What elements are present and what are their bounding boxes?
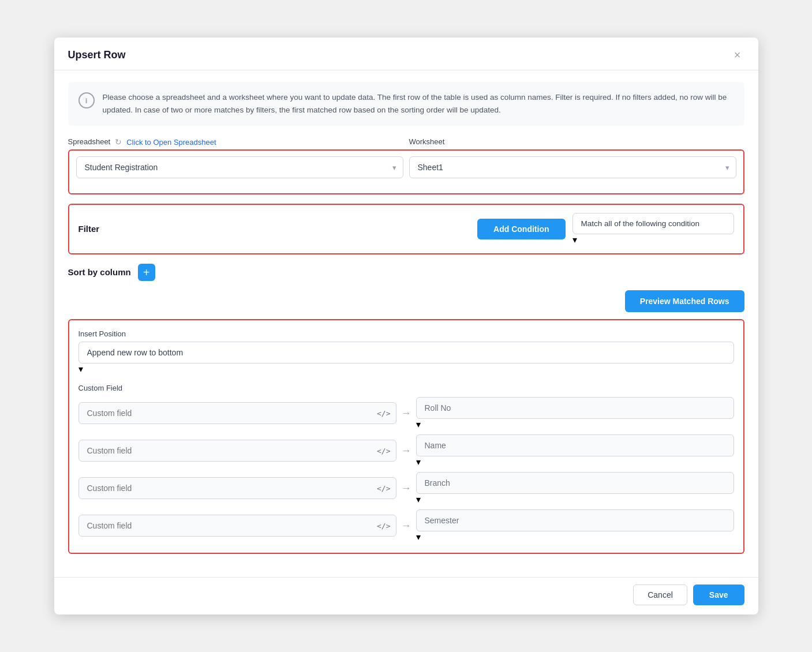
insert-custom-section: Insert Position Append new row to bottom… bbox=[68, 319, 744, 554]
arrow-icon-1: → bbox=[401, 407, 411, 419]
custom-field-input-4[interactable] bbox=[78, 515, 396, 537]
arrow-icon-3: → bbox=[401, 482, 411, 494]
worksheet-select-wrapper: Sheet1 ▾ bbox=[409, 156, 736, 178]
field-chevron-3: ▾ bbox=[416, 494, 421, 504]
custom-field-row-1: </> → Roll No Name Branch Semester ▾ bbox=[78, 397, 734, 430]
match-chevron-icon: ▾ bbox=[572, 235, 577, 245]
field-chevron-1: ▾ bbox=[416, 419, 421, 429]
match-select-wrapper: Match all of the following condition Mat… bbox=[572, 213, 734, 245]
dialog-title: Upsert Row bbox=[68, 49, 126, 61]
custom-field-input-1[interactable] bbox=[78, 402, 396, 424]
custom-field-input-3[interactable] bbox=[78, 477, 396, 499]
preview-matched-rows-button[interactable]: Preview Matched Rows bbox=[625, 290, 744, 312]
spreadsheet-worksheet-row: Student Registration ▾ Sheet1 ▾ bbox=[76, 156, 736, 178]
custom-field-input-wrapper-3: </> bbox=[78, 477, 396, 499]
filter-section: Filter Add Condition Match all of the fo… bbox=[68, 204, 744, 254]
field-select-wrapper-2: Roll No Name Branch Semester ▾ bbox=[416, 434, 734, 467]
close-button[interactable]: × bbox=[731, 48, 744, 62]
field-select-wrapper-1: Roll No Name Branch Semester ▾ bbox=[416, 397, 734, 430]
insert-position-select[interactable]: Append new row to bottom Prepend new row… bbox=[78, 342, 734, 364]
insert-select-wrapper: Append new row to bottom Prepend new row… bbox=[78, 342, 734, 374]
add-condition-button[interactable]: Add Condition bbox=[477, 219, 565, 239]
code-icon-3: </> bbox=[377, 484, 390, 493]
save-button[interactable]: Save bbox=[693, 584, 744, 605]
spreadsheet-group: Student Registration ▾ bbox=[76, 156, 403, 178]
dialog-body: i Please choose a spreadsheet and a work… bbox=[54, 70, 758, 576]
arrow-icon-4: → bbox=[401, 520, 411, 532]
field-select-1[interactable]: Roll No Name Branch Semester bbox=[416, 397, 734, 419]
spreadsheet-label: Spreadsheet bbox=[68, 137, 111, 146]
code-icon-2: </> bbox=[377, 447, 390, 455]
field-chevron-4: ▾ bbox=[416, 532, 421, 542]
custom-field-row-2: </> → Roll No Name Branch Semester ▾ bbox=[78, 434, 734, 467]
dialog-footer: Cancel Save bbox=[54, 577, 758, 614]
worksheet-label: Worksheet bbox=[409, 137, 445, 146]
sort-row: Sort by column + bbox=[68, 264, 744, 281]
arrow-icon-2: → bbox=[401, 445, 411, 457]
code-icon-1: </> bbox=[377, 409, 390, 418]
open-spreadsheet-link[interactable]: Click to Open Spreadsheet bbox=[126, 138, 216, 147]
custom-field-input-wrapper-4: </> bbox=[78, 515, 396, 537]
insert-chevron-icon: ▾ bbox=[78, 364, 83, 374]
filter-label: Filter bbox=[78, 224, 113, 234]
info-icon: i bbox=[78, 92, 95, 108]
spreadsheet-select-wrapper: Student Registration ▾ bbox=[76, 156, 403, 178]
field-select-3[interactable]: Roll No Name Branch Semester bbox=[416, 472, 734, 494]
custom-field-row-3: </> → Roll No Name Branch Semester ▾ bbox=[78, 472, 734, 505]
worksheet-label-col: Worksheet bbox=[409, 137, 744, 147]
sort-add-button[interactable]: + bbox=[138, 264, 155, 281]
spreadsheet-label-col: Spreadsheet ↻ Click to Open Spreadsheet bbox=[68, 137, 403, 147]
field-chevron-2: ▾ bbox=[416, 457, 421, 467]
custom-field-section-label: Custom Field bbox=[78, 384, 734, 392]
field-select-wrapper-3: Roll No Name Branch Semester ▾ bbox=[416, 472, 734, 505]
filter-row: Filter Add Condition Match all of the fo… bbox=[78, 213, 734, 245]
spreadsheet-label-row: Spreadsheet ↻ Click to Open Spreadsheet … bbox=[68, 137, 744, 147]
insert-position-label: Insert Position bbox=[78, 329, 734, 338]
refresh-icon[interactable]: ↻ bbox=[115, 137, 122, 147]
code-icon-4: </> bbox=[377, 522, 390, 530]
field-select-2[interactable]: Roll No Name Branch Semester bbox=[416, 434, 734, 456]
match-condition-select[interactable]: Match all of the following condition Mat… bbox=[572, 213, 734, 234]
sort-label: Sort by column bbox=[68, 267, 131, 277]
preview-row: Preview Matched Rows bbox=[68, 290, 744, 312]
plus-icon: + bbox=[143, 267, 150, 278]
cancel-button[interactable]: Cancel bbox=[633, 584, 687, 605]
info-box: i Please choose a spreadsheet and a work… bbox=[68, 82, 744, 125]
custom-field-input-2[interactable] bbox=[78, 440, 396, 462]
custom-field-input-wrapper-2: </> bbox=[78, 440, 396, 462]
field-select-4[interactable]: Roll No Name Branch Semester bbox=[416, 509, 734, 531]
spreadsheet-worksheet-section: Student Registration ▾ Sheet1 ▾ bbox=[68, 149, 744, 194]
worksheet-select[interactable]: Sheet1 bbox=[409, 156, 736, 178]
dialog-header: Upsert Row × bbox=[54, 38, 758, 70]
spreadsheet-select[interactable]: Student Registration bbox=[76, 156, 403, 178]
upsert-row-dialog: Upsert Row × i Please choose a spreadshe… bbox=[54, 38, 758, 614]
custom-field-row-4: </> → Roll No Name Branch Semester ▾ bbox=[78, 509, 734, 542]
custom-field-input-wrapper-1: </> bbox=[78, 402, 396, 424]
info-text: Please choose a spreadsheet and a worksh… bbox=[103, 91, 734, 116]
worksheet-group: Sheet1 ▾ bbox=[409, 156, 736, 178]
field-select-wrapper-4: Roll No Name Branch Semester ▾ bbox=[416, 509, 734, 542]
